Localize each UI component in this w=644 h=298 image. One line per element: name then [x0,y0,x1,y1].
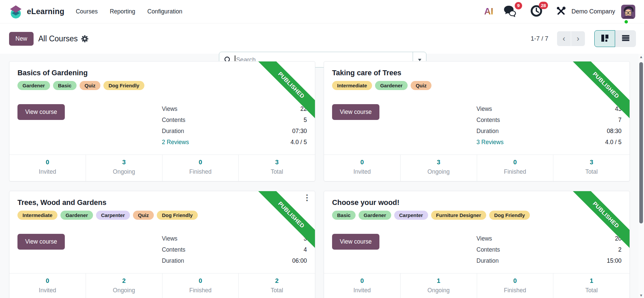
footer-stat-value: 0 [9,159,86,166]
course-title[interactable]: Basics of Gardening [17,69,307,77]
card-footer: 0Invited3Ongoing0Finished3Total [324,155,630,181]
footer-stat[interactable]: 1Ongoing [400,273,477,298]
footer-stat[interactable]: 3Ongoing [400,155,477,181]
card-body: Basics of Gardening GardenerBasicQuizDog… [9,61,315,155]
course-tag: Dog Friendly [103,81,144,90]
footer-stat-label: Total [239,287,315,294]
menu-reporting[interactable]: Reporting [110,8,135,15]
view-course-button[interactable]: View course [332,234,379,250]
footer-stat[interactable]: 0Invited [324,273,400,298]
course-tag: Dog Friendly [157,211,198,220]
footer-stat-label: Finished [477,287,553,294]
view-course-button[interactable]: View course [17,104,65,120]
stat-value: 22 [301,105,307,113]
user-menu[interactable] [621,5,635,19]
scroll-down-button[interactable]: ▼ [638,292,644,298]
stat-row: Duration07:30 [162,126,307,137]
stat-row: Duration08:30 [476,126,622,137]
activities-badge: 28 [539,2,548,9]
reviews-link[interactable]: 2 Reviews [162,139,189,146]
footer-stat[interactable]: 3Total [238,155,315,181]
content-area: PUBLISHED Basics of Gardening GardenerBa… [0,54,644,298]
card-main: View course Views22Contents5Duration07:3… [17,103,307,148]
list-view-button[interactable] [615,30,636,47]
course-title[interactable]: Trees, Wood and Gardens [17,199,307,207]
pager-counter: 1-7 / 7 [531,35,548,42]
card-main: View course Views43Contents7Duration08:3… [332,103,622,148]
stat-label: Contents [162,117,185,124]
course-tag: Gardener [60,211,93,220]
footer-stat-label: Finished [477,168,553,175]
view-course-button[interactable]: View course [332,104,379,120]
pager-next-button[interactable]: › [571,31,585,46]
footer-stat[interactable]: 0Invited [324,155,400,181]
messages-button[interactable]: 9 [503,5,517,18]
footer-stat[interactable]: 2Total [238,273,315,298]
developer-tools-button[interactable] [556,6,566,17]
footer-stat[interactable]: 0Finished [477,155,553,181]
pager-buttons: ‹ › [557,31,585,46]
reviews-row: 2 Reviews4.0 / 5 [162,137,307,148]
app-name[interactable]: eLearning [27,7,64,16]
footer-stat-value: 3 [86,159,162,166]
scroll-down-icon: ▼ [639,293,643,297]
view-course-button[interactable]: View course [17,234,65,250]
course-tag: Quiz [80,81,101,90]
course-tag: Intermediate [332,81,372,90]
stat-row: Views3 [162,233,307,244]
pager-previous-button[interactable]: ‹ [557,31,571,46]
footer-stat-value: 0 [163,277,239,285]
footer-stat[interactable]: 2Ongoing [86,273,162,298]
stat-label: Views [162,235,177,242]
stat-label: Contents [162,246,185,253]
stat-label: Duration [162,128,184,135]
tag-list: BasicGardenerCarpenterFurniture Designer… [332,211,622,220]
footer-stat[interactable]: 0Invited [9,273,86,298]
company-switcher[interactable]: Demo Company [571,8,615,15]
course-title[interactable]: Choose your wood! [332,199,622,207]
footer-stat-label: Ongoing [401,287,477,294]
stat-value: 20 [615,235,622,242]
footer-stat[interactable]: 1Total [553,273,630,298]
card-body: Choose your wood! BasicGardenerCarpenter… [324,191,630,273]
scrollbar-thumb[interactable] [639,62,643,223]
gear-icon[interactable] [81,35,88,42]
footer-stat-label: Total [553,168,630,175]
course-card[interactable]: PUBLISHED Basics of Gardening GardenerBa… [9,61,315,181]
activities-button[interactable]: 28 [530,5,543,18]
scroll-up-button[interactable]: ▲ [638,54,644,59]
footer-stat[interactable]: 0Finished [162,155,239,181]
menu-configuration[interactable]: Configuration [147,8,182,15]
ai-assistant-icon[interactable]: AI [484,6,493,17]
list-view-icon [622,35,630,43]
stat-label: Contents [476,117,500,124]
footer-stat-label: Total [239,168,315,175]
vertical-scrollbar[interactable]: ▲ ▼ [638,54,644,298]
card-kebab-menu[interactable]: ⋮ [303,194,311,202]
page-title: All Courses [38,34,78,43]
menu-courses[interactable]: Courses [76,8,98,15]
footer-stat-value: 0 [163,159,239,166]
footer-stat-value: 2 [86,277,162,285]
reviews-link[interactable]: 3 Reviews [476,139,504,146]
footer-stat[interactable]: 3Total [553,155,630,181]
course-tag: Carpenter [96,211,130,220]
footer-stat-value: 3 [401,159,477,166]
footer-stat[interactable]: 0Invited [9,155,86,181]
course-card[interactable]: PUBLISHED Taking care of Trees Intermedi… [324,61,630,181]
kanban-view-button[interactable] [594,30,615,47]
elearning-logo-icon[interactable] [8,4,24,19]
new-button[interactable]: New [9,32,34,46]
course-title[interactable]: Taking care of Trees [332,69,622,77]
footer-stat-label: Invited [324,168,400,175]
footer-stat[interactable]: 0Finished [162,273,239,298]
footer-stat-value: 0 [324,159,400,166]
footer-stat[interactable]: 3Ongoing [86,155,162,181]
stat-value: 4 [304,246,307,253]
course-tag: Dog Friendly [489,211,530,220]
crossed-tools-icon [556,6,566,17]
stat-value: 5 [304,117,307,124]
course-card[interactable]: PUBLISHED ⋮ Trees, Wood and Gardens Inte… [9,191,315,298]
footer-stat[interactable]: 0Finished [477,273,553,298]
course-card[interactable]: PUBLISHED Choose your wood! BasicGardene… [324,191,630,298]
